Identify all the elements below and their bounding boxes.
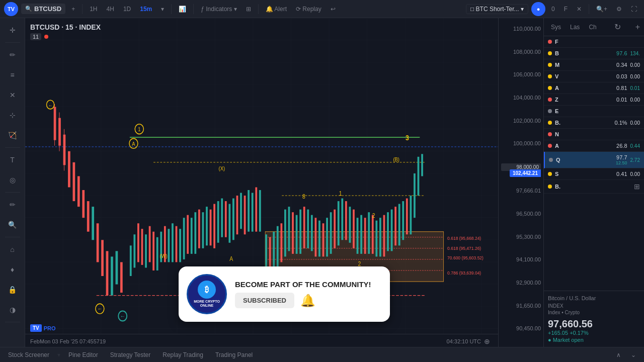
svg-rect-96	[375, 221, 377, 257]
lock-tool[interactable]: 🔒	[5, 282, 21, 298]
close-button[interactable]: ✕	[574, 5, 585, 14]
alert-button[interactable]: 🔔 Alert	[263, 5, 290, 14]
wl-tab-las[interactable]: Las	[567, 23, 583, 32]
trading-panel-button[interactable]: Trading Panel	[211, 350, 257, 359]
watchlist-item-v[interactable]: V 0.03 0.00	[544, 71, 644, 82]
wl-dot-bgrid	[548, 185, 552, 189]
svg-rect-49	[194, 212, 196, 254]
strategy-tester-button[interactable]: Strategy Tester	[106, 350, 154, 359]
panel-down-button[interactable]: ⌄	[627, 350, 640, 359]
price-97666: 97,666.01	[501, 188, 541, 194]
fullscreen-button[interactable]: ⛶	[628, 5, 640, 14]
magnet-tool[interactable]: ♦	[5, 261, 21, 278]
zoom-tool[interactable]: ⌂	[5, 241, 21, 257]
toolbar-right-controls: ∧ ⌄	[612, 350, 640, 359]
wl-tab-sys[interactable]: Sys	[548, 23, 564, 32]
timeframe-dropdown[interactable]: ▾	[158, 5, 167, 14]
watchlist-item-b1[interactable]: B 97.6 134.	[544, 48, 644, 59]
pattern-tool[interactable]: ✕	[5, 87, 21, 103]
pine-editor-button[interactable]: Pine Editor	[64, 350, 102, 359]
watchlist-item-z[interactable]: Z 0.01 0.00	[544, 94, 644, 106]
price-92900: 92,900.00	[501, 280, 541, 286]
timeframe-1h[interactable]: 1H	[87, 5, 100, 14]
timeframe-15m[interactable]: 15m	[137, 5, 155, 14]
wl-change-s: 0.00	[630, 171, 640, 177]
chart-area[interactable]: BTCUSD · 15 · INDEX 11	[25, 18, 543, 362]
watchlist-item-f[interactable]: F	[544, 36, 644, 48]
crosshair-tool[interactable]: ✛	[5, 22, 21, 38]
wl-tab-ch[interactable]: Ch	[586, 23, 599, 32]
add-compare-button[interactable]: +	[68, 5, 78, 14]
watchlist-refresh[interactable]: ↻	[614, 22, 621, 32]
replay-button[interactable]: ⟳ Replay	[293, 5, 325, 14]
watchlist-item-bgrid[interactable]: B. ⊞	[544, 180, 644, 194]
gann-tool[interactable]: ⊹	[5, 107, 21, 123]
watchlist-item-a2[interactable]: A 26.8 0.44	[544, 140, 644, 152]
watchlist-item-n[interactable]: N	[544, 129, 644, 140]
price-102000: 102,000.00	[501, 118, 541, 124]
visibility-tool[interactable]: ◑	[5, 302, 21, 318]
wl-symbol-e: E	[555, 108, 640, 114]
lines-tool[interactable]: ≡	[5, 67, 21, 83]
notification-bell[interactable]: 🔔	[300, 294, 315, 308]
zero-button[interactable]: 0	[548, 5, 558, 14]
user-avatar[interactable]: ●	[531, 2, 545, 16]
indicator-count[interactable]: 11	[30, 33, 41, 40]
stock-screener-button[interactable]: Stock Screener	[4, 350, 53, 359]
template-button[interactable]: ⊞	[243, 5, 254, 14]
timeframe-1d[interactable]: 1D	[120, 5, 134, 14]
watchlist-item-m[interactable]: M 0.34 0.00	[544, 59, 644, 71]
separator-1	[82, 4, 83, 14]
svg-text:←: ←	[120, 313, 125, 319]
watchlist-add[interactable]: +	[635, 23, 640, 32]
watchlist-item-s[interactable]: S 0.41 0.00	[544, 168, 644, 180]
timeframe-4h[interactable]: 4H	[104, 5, 117, 14]
wl-dot-a1	[548, 86, 552, 90]
zoom-in-button[interactable]: 🔍+	[593, 5, 610, 14]
svg-rect-59	[232, 199, 234, 240]
settings-button[interactable]: ⚙	[613, 5, 625, 14]
svg-rect-56	[221, 199, 223, 237]
svg-rect-61	[240, 193, 242, 229]
watchlist-item-b2[interactable]: B. 0.1% 0.00	[544, 117, 644, 129]
chart-subtitle: 11	[30, 33, 101, 40]
undo-button[interactable]: ↩	[328, 5, 339, 14]
watchlist-item-e[interactable]: E	[544, 106, 644, 117]
svg-rect-75	[296, 215, 298, 254]
icon-tool[interactable]: ◎	[5, 172, 21, 188]
svg-rect-53	[210, 210, 212, 246]
fib-tool[interactable]: 🏹	[5, 127, 21, 143]
wl-change-b1: 134.	[630, 51, 640, 56]
chart-type-button[interactable]: 📊	[176, 5, 189, 14]
wl-price-z: 0.01	[616, 97, 627, 103]
f-button[interactable]: F	[561, 5, 571, 14]
svg-rect-57	[225, 201, 227, 237]
brush-tool[interactable]: ✏	[5, 197, 21, 213]
watchlist-name[interactable]: □ BTC Short-Ter... ▾	[466, 4, 528, 14]
wl-symbol-m: M	[555, 62, 613, 68]
text-tool[interactable]: T	[5, 152, 21, 168]
svg-text:←: ←	[98, 306, 102, 312]
svg-rect-70	[277, 226, 279, 268]
measure-tool[interactable]: 🔍	[5, 217, 21, 233]
symbol-search[interactable]: 🔍 BTCUSD	[21, 4, 65, 14]
svg-rect-102	[398, 204, 400, 246]
watchlist-item-q[interactable]: Q 97.7 12.50 2.72	[544, 152, 644, 168]
replay-trading-button[interactable]: Replay Trading	[158, 350, 207, 359]
pencil-tool[interactable]: ✏	[5, 47, 21, 63]
svg-rect-62	[244, 196, 246, 234]
wl-change-z: 0.00	[630, 97, 640, 103]
wl-price-a2: 26.8	[616, 143, 627, 149]
svg-rect-83	[326, 218, 328, 256]
left-sidebar: ✛ ✏ ≡ ✕ ⊹ 🏹 T ◎ ✏ 🔍 ⌂ ♦ 🔒 ◑ 🗑	[0, 18, 25, 362]
indicators-button[interactable]: ƒ Indicators ▾	[198, 5, 239, 14]
svg-rect-87	[341, 199, 343, 240]
svg-rect-22	[77, 176, 80, 207]
panel-up-button[interactable]: ∧	[612, 350, 625, 359]
app-logo[interactable]: TV	[4, 2, 18, 16]
watchlist-item-a1[interactable]: A 0.81 0.01	[544, 82, 644, 94]
wl-dot-z	[548, 98, 552, 102]
price-95300: 95,300.00	[501, 234, 541, 240]
subscribed-button[interactable]: SUBSCRIBED	[235, 293, 294, 308]
time-zoom-button[interactable]: ⊕	[481, 336, 493, 346]
